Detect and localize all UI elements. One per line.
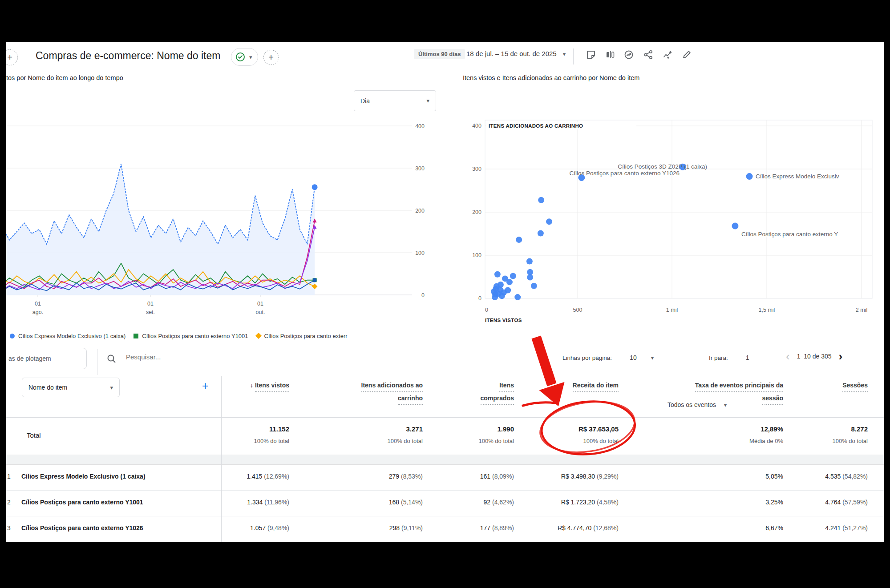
legend-label: Cílios Postiços para canto exterr [264,333,348,339]
legend-item: Cílios Postiços para canto exterr [256,333,348,339]
total-sub: 100% do total [832,438,868,444]
total-sub: 100% do total [478,438,514,444]
total-sub: 100% do total [387,438,423,444]
column-header-itens-adicionados[interactable]: Itens adicionados ao carrinho [361,379,423,405]
total-sessoes: 8.272 [851,425,868,433]
rows-per-page-label: Linhas por página: [562,354,612,361]
row-index: 1 [7,473,11,480]
check-circle-icon [235,52,246,62]
date-preset-badge: Últimos 90 dias [414,49,465,59]
sort-desc-icon: ↓ [250,382,253,389]
header-divider [573,48,574,64]
row-index: 3 [7,524,11,532]
total-itens-adicionados: 3.271 [406,425,423,433]
diamond-legend-marker [255,333,261,339]
svg-text:400: 400 [472,123,481,129]
add-card-button[interactable]: + [263,50,279,65]
svg-text:set.: set. [146,309,155,315]
go-to-value[interactable]: 1 [746,354,749,361]
total-sub: Média de 0% [749,438,783,444]
report-status-pill[interactable]: ▾ [231,48,258,66]
screenshot-stage: + Compras de e-commerce: Nome do item ▾ … [0,0,890,588]
row-index: 2 [7,499,11,506]
metric-cell: 1.057 (9,48%) [250,524,289,532]
svg-text:1 mil: 1 mil [666,307,678,313]
note-icon[interactable] [584,48,598,61]
item-name: Cílios Postiços para canto externo Y1026 [21,524,143,532]
total-label: Total [27,431,41,439]
rows-per-page-control[interactable]: Linhas por página: 10 ▾ [562,354,654,361]
frame-left [0,0,6,588]
add-metric-button[interactable]: + [202,379,209,392]
search-input[interactable] [125,353,269,361]
metric-cell: 279 (8,53%) [389,473,423,480]
rows-per-page-value[interactable]: 10 [630,354,637,361]
svg-text:ITENS ADICIONADOS AO CARRINHO: ITENS ADICIONADOS AO CARRINHO [489,123,583,129]
svg-text:300: 300 [472,166,481,172]
legend-item: Cílios Postiços para canto externo Y1001 [134,333,248,339]
pagination: ‹ 1–10 de 305 › [786,352,842,361]
svg-text:out.: out. [256,309,265,315]
chevron-down-icon: ▾ [563,51,566,57]
granularity-dropdown[interactable]: Dia ▾ [354,90,436,111]
total-receita: R$ 37.653,05 [578,425,619,433]
svg-text:01: 01 [147,301,154,307]
column-header-itens-vistos[interactable]: ↓Itens vistos [250,379,289,392]
svg-text:100: 100 [472,252,481,258]
legend-item: Cílios Express Modelo Exclusivo (1 caixa… [10,333,125,339]
frame-right [884,0,890,588]
event-filter-value: Todos os eventos [668,401,716,408]
svg-text:ITENS VISTOS: ITENS VISTOS [485,318,522,323]
date-range-selector[interactable]: 18 de jul. – 15 de out. de 2025 ▾ [466,50,566,57]
dimension-label: Nome do item [28,384,67,391]
frame-bottom [0,542,890,588]
total-itens-vistos: 11.152 [269,425,289,433]
metric-cell: 161 (8,09%) [480,473,514,480]
table-row: 2Cílios Postiços para canto externo Y100… [6,490,884,516]
chevron-down-icon: ▾ [426,97,429,104]
scatter-title: Itens vistos e Itens adicionados ao carr… [463,74,639,81]
total-itens-comprados: 1.990 [497,425,514,433]
column-header-receita[interactable]: Receita do item [573,379,619,392]
share-icon[interactable] [642,48,655,61]
dimension-dropdown[interactable]: Nome do item ▾ [22,378,120,397]
svg-text:0: 0 [485,307,488,313]
metric-cell: 6,67% [765,524,783,532]
metric-cell: R$ 1.723,20 (4,58%) [561,499,619,506]
pagination-range: 1–10 de 305 [797,353,832,360]
next-page-icon[interactable]: › [839,352,843,361]
table-total-row: Total 11.152 100% do total 3.271 100% do… [6,417,884,455]
column-header-sessoes[interactable]: Sessões [842,379,868,392]
insights-icon[interactable] [622,48,635,61]
go-to-label: Ir para: [709,354,728,361]
svg-text:300: 300 [415,165,425,172]
chevron-down-icon: ▾ [249,54,252,60]
prev-page-icon[interactable]: ‹ [786,352,790,361]
svg-text:01: 01 [257,301,263,307]
metric-cell: 4.535 (54,82%) [825,473,868,480]
metric-cell: 298 (9,11%) [389,524,423,532]
ab-compare-icon[interactable] [603,48,617,61]
go-to-page-control[interactable]: Ir para: 1 [709,354,749,361]
page-title: Compras de e-commerce: Nome do item [36,50,220,62]
svg-text:Cílios Postiços para canto ext: Cílios Postiços para canto externo Y1026 [570,170,680,177]
chevron-down-icon: ▾ [724,402,727,408]
svg-text:200: 200 [472,209,481,215]
metric-cell: 4.764 (57,59%) [825,499,868,506]
plot-rows-chip[interactable]: as de plotagem [6,348,87,369]
date-range-label: 18 de jul. – 15 de out. de 2025 [466,50,557,57]
analytics-report: + Compras de e-commerce: Nome do item ▾ … [6,42,884,542]
column-header-itens-comprados[interactable]: Itens comprados [481,379,514,405]
sparkline-icon[interactable] [661,48,674,61]
metric-cell: 177 (8,89%) [480,524,514,532]
metric-cell: R$ 3.498,30 (9,29%) [561,473,619,480]
prev-card-button[interactable]: + [6,49,18,65]
plot-rows-label: as de plotagem [6,355,51,362]
item-name: Cílios Postiços para canto externo Y1001 [21,499,143,506]
total-separator-band [6,455,884,465]
edit-icon[interactable] [680,48,693,61]
metric-cell: 3,25% [765,499,783,506]
event-filter-dropdown[interactable]: Todos os eventos ▾ [668,401,727,408]
svg-text:2 mil: 2 mil [856,307,867,313]
svg-text:Cílios Express Modelo Exclusiv: Cílios Express Modelo Exclusiv [756,173,839,180]
